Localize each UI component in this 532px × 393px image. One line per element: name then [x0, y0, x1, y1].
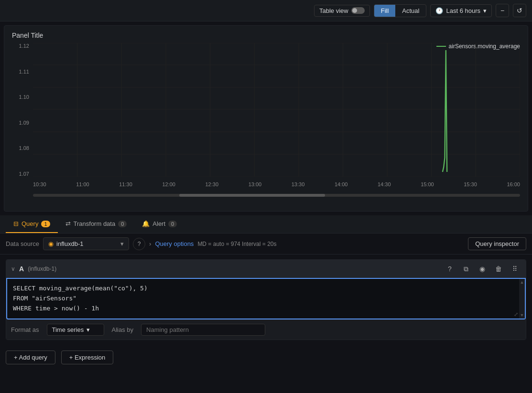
fill-button[interactable]: Fill: [374, 5, 396, 17]
tabs-bar: ⊟ Query 1 ⇄ Transform data 0 🔔 Alert 0: [0, 215, 532, 234]
chart-container: airSensors.moving_average 1.12 1.11 1.10…: [12, 43, 520, 201]
y-label-2: 1.11: [19, 69, 29, 74]
clock-icon: 🕐: [435, 7, 443, 14]
datasource-select[interactable]: ◉ influxdb-1 ▾: [43, 237, 129, 250]
trash-icon: 🗑: [495, 265, 502, 273]
query-block-header: ∨ A (influxdb-1) ? ⧉ ◉ 🗑 ⠿: [6, 260, 526, 278]
time-range-button[interactable]: 🕐 Last 6 hours ▾: [430, 4, 492, 17]
chart-svg: [33, 43, 520, 177]
add-query-row: + Add query + Expression: [0, 345, 532, 370]
panel-title: Panel Title: [12, 32, 520, 39]
transform-icon: ⇄: [65, 220, 71, 227]
y-label-6: 1.07: [19, 171, 29, 177]
format-as-label: Format as: [11, 326, 39, 333]
chart-svg-wrap: [33, 43, 520, 177]
x-label-2: 11:00: [76, 181, 89, 187]
query-drag-handle[interactable]: ⠿: [509, 263, 521, 275]
table-view-toggle[interactable]: Table view: [314, 5, 370, 17]
x-label-6: 13:00: [249, 181, 262, 187]
help-button[interactable]: ?: [133, 238, 145, 250]
query-bar: Data source ◉ influxdb-1 ▾ ? › Query opt…: [0, 234, 532, 255]
x-label-5: 12:30: [206, 181, 219, 187]
expression-label: + Expression: [69, 354, 106, 361]
tab-transform-label: Transform data: [74, 220, 116, 227]
query-editor-wrap: SELECT moving_average(mean("co"), 5) FRO…: [6, 278, 526, 319]
datasource-name: influxdb-1: [56, 240, 83, 247]
alias-by-label: Alias by: [112, 326, 134, 333]
editor-scroll-up[interactable]: ▲: [519, 279, 525, 286]
x-label-4: 12:00: [162, 181, 175, 187]
fill-actual-group: Fill Actual: [374, 4, 427, 17]
y-label-1: 1.12: [19, 43, 29, 49]
zoom-out-icon: −: [500, 7, 504, 14]
datasource-icon: ◉: [48, 240, 54, 247]
query-inspector-button[interactable]: Query inspector: [468, 237, 526, 250]
query-delete-button[interactable]: 🗑: [492, 263, 505, 275]
query-copy-button[interactable]: ⧉: [460, 263, 472, 275]
table-view-label: Table view: [319, 7, 348, 14]
alias-input[interactable]: [141, 324, 265, 336]
x-label-10: 15:00: [421, 181, 434, 187]
query-block-a: ∨ A (influxdb-1) ? ⧉ ◉ 🗑 ⠿ SELECT moving…: [6, 259, 526, 340]
x-label-1: 10:30: [33, 181, 46, 187]
tab-query[interactable]: ⊟ Query 1: [6, 215, 58, 233]
query-options-button[interactable]: Query options: [155, 240, 194, 247]
tab-transform-badge: 0: [118, 221, 127, 227]
format-select[interactable]: Time series ▾: [47, 324, 104, 336]
query-toggle-visibility-button[interactable]: ◉: [476, 263, 489, 275]
x-label-11: 15:30: [464, 181, 477, 187]
zoom-out-button[interactable]: −: [496, 4, 509, 17]
chart-scrollbar-thumb[interactable]: [179, 194, 326, 197]
add-query-button[interactable]: + Add query: [6, 351, 55, 364]
query-help-icon: ?: [448, 265, 452, 273]
tab-alert-badge: 0: [168, 221, 177, 227]
time-range-label: Last 6 hours: [446, 7, 480, 14]
query-editor[interactable]: SELECT moving_average(mean("co"), 5) FRO…: [7, 279, 525, 317]
chevron-down-icon: ▾: [483, 7, 487, 14]
tab-query-badge: 1: [41, 221, 50, 227]
query-help-button[interactable]: ?: [444, 263, 456, 275]
query-meta: MD = auto = 974 Interval = 20s: [197, 241, 276, 247]
datasource-chevron-icon: ▾: [120, 240, 124, 247]
x-label-8: 14:00: [335, 181, 348, 187]
database-icon: ⊟: [13, 220, 19, 227]
panel-area: Panel Title airSensors.moving_average 1.…: [4, 25, 528, 212]
format-chevron-icon: ▾: [87, 326, 90, 333]
copy-icon: ⧉: [464, 265, 468, 273]
tab-alert[interactable]: 🔔 Alert 0: [134, 215, 185, 233]
eye-icon: ◉: [479, 265, 485, 273]
tab-transform[interactable]: ⇄ Transform data 0: [58, 215, 135, 233]
refresh-icon: ↺: [517, 7, 522, 14]
expression-button[interactable]: + Expression: [61, 351, 114, 364]
format-value: Time series: [52, 326, 84, 333]
x-label-12: 16:00: [507, 181, 520, 187]
x-label-7: 13:30: [292, 181, 305, 187]
refresh-button[interactable]: ↺: [513, 4, 526, 17]
query-letter: A: [19, 265, 24, 273]
help-icon: ?: [138, 241, 141, 247]
x-label-9: 14:30: [378, 181, 391, 187]
toggle-switch[interactable]: [351, 7, 365, 14]
actual-button[interactable]: Actual: [395, 5, 426, 17]
x-label-3: 11:30: [119, 181, 132, 187]
chart-scrollbar[interactable]: [33, 194, 520, 197]
y-label-3: 1.10: [19, 94, 29, 100]
top-toolbar: Table view Fill Actual 🕐 Last 6 hours ▾ …: [0, 0, 532, 21]
query-source: (influxdb-1): [28, 266, 56, 272]
x-axis: 10:30 11:00 11:30 12:00 12:30 13:00 13:3…: [33, 181, 520, 187]
collapse-icon[interactable]: ∨: [11, 266, 15, 272]
datasource-label: Data source: [6, 240, 39, 247]
add-query-label: + Add query: [14, 354, 47, 361]
tab-query-label: Query: [22, 220, 38, 227]
y-label-5: 1.08: [19, 145, 29, 151]
y-label-4: 1.09: [19, 120, 29, 126]
query-options-label: Query options: [155, 240, 194, 247]
y-axis: 1.12 1.11 1.10 1.09 1.08 1.07: [12, 43, 31, 177]
drag-icon: ⠿: [512, 265, 517, 273]
editor-scroll-down[interactable]: ▼: [519, 312, 525, 319]
alert-icon: 🔔: [142, 220, 150, 227]
query-options-arrow-icon: ›: [149, 240, 151, 247]
editor-expand-icon[interactable]: ⤢: [514, 311, 518, 318]
format-row: Format as Time series ▾ Alias by: [6, 319, 526, 340]
editor-scrollbar: ▲ ▼: [519, 279, 525, 319]
